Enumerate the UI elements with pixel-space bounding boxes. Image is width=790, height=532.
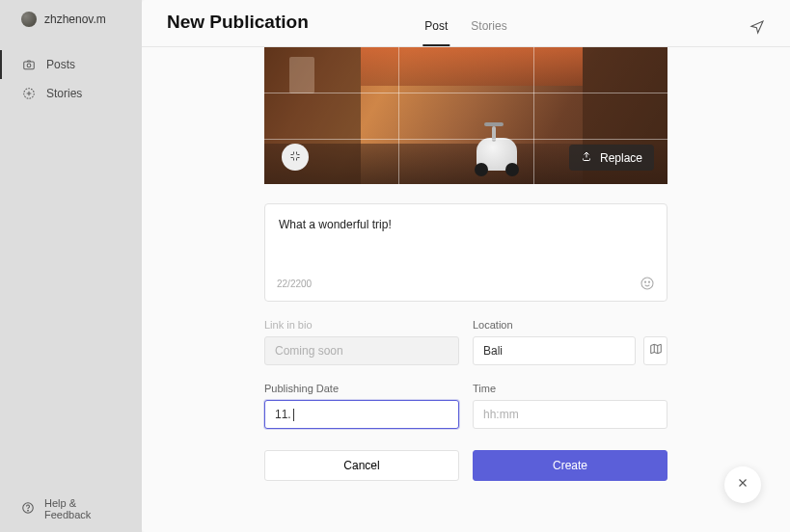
cancel-button[interactable]: Cancel	[264, 450, 459, 481]
date-input[interactable]: 11.	[264, 400, 459, 429]
tab-post[interactable]: Post	[422, 19, 449, 46]
replace-button[interactable]: Replace	[569, 145, 654, 171]
svg-point-7	[648, 281, 649, 282]
close-button[interactable]	[724, 466, 761, 503]
svg-point-5	[641, 278, 653, 289]
time-label: Time	[473, 383, 667, 394]
avatar	[21, 12, 37, 27]
emoji-button[interactable]	[640, 276, 655, 291]
map-button[interactable]	[643, 336, 667, 365]
svg-rect-0	[24, 62, 35, 69]
date-value: 11.	[275, 408, 291, 421]
tab-stories[interactable]: Stories	[469, 19, 508, 46]
close-icon	[736, 476, 749, 493]
text-caret	[293, 409, 294, 421]
sidebar-item-stories[interactable]: Stories	[0, 79, 142, 108]
header: New Publication Post Stories	[142, 0, 790, 47]
user-row[interactable]: zhzhenov.m	[0, 0, 142, 39]
sidebar-item-help[interactable]: Help & Feedback	[0, 486, 142, 532]
sidebar-item-posts[interactable]: Posts	[0, 50, 142, 79]
svg-point-1	[27, 64, 31, 67]
replace-label: Replace	[600, 151, 642, 165]
username: zhzhenov.m	[44, 13, 106, 26]
location-input[interactable]	[473, 336, 636, 365]
sidebar: zhzhenov.m Posts Stories Help & Feedback	[0, 0, 142, 532]
share-icon[interactable]	[749, 19, 765, 35]
sidebar-item-label: Posts	[46, 58, 75, 71]
page-title: New Publication	[167, 12, 309, 46]
map-icon	[649, 342, 663, 359]
link-input	[264, 336, 459, 365]
upload-icon	[581, 150, 592, 165]
create-button[interactable]: Create	[473, 450, 667, 481]
image-preview: Replace	[264, 47, 667, 184]
help-icon	[21, 501, 35, 517]
link-label: Link in bio	[264, 319, 459, 331]
collapse-button[interactable]	[282, 144, 309, 171]
sidebar-item-label: Help & Feedback	[44, 497, 124, 520]
char-counter: 22/2200	[277, 279, 312, 289]
svg-point-6	[644, 281, 645, 282]
caption-text[interactable]: What a wonderful trip!	[265, 204, 667, 270]
sidebar-item-label: Stories	[46, 87, 82, 100]
camera-icon	[21, 57, 37, 72]
main-panel: New Publication Post Stories	[142, 0, 790, 532]
location-label: Location	[473, 319, 667, 331]
collapse-icon	[289, 148, 301, 166]
date-label: Publishing Date	[264, 383, 459, 394]
plus-circle-icon	[21, 86, 37, 101]
tabs: Post Stories	[422, 19, 508, 46]
caption-box[interactable]: What a wonderful trip! 22/2200	[264, 203, 667, 302]
time-input[interactable]	[473, 400, 667, 429]
svg-point-4	[28, 510, 29, 511]
